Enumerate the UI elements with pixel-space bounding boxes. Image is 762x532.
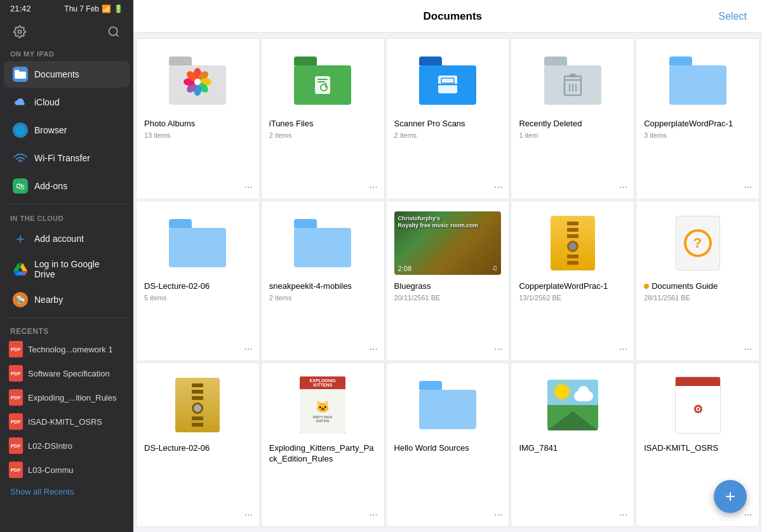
scanner-folder-icon xyxy=(419,57,476,105)
file-meta-photo-albums: 13 items xyxy=(144,131,171,139)
file-cell-ds-lecture-r3[interactable]: DS-Lecture-02-06 ··· xyxy=(136,362,260,527)
sidebar-item-google-drive[interactable]: Log in to Google Drive xyxy=(4,253,130,285)
file-meta-ds-lecture: 5 items xyxy=(144,294,166,302)
file-more-photo-albums[interactable]: ··· xyxy=(244,182,252,192)
dot-indicator xyxy=(644,284,649,289)
file-more-ds-lecture-r3[interactable]: ··· xyxy=(244,510,252,520)
file-meta-scanner: 2 items xyxy=(394,131,417,139)
file-cell-itunes[interactable]: iTunes Files 2 items ··· xyxy=(261,38,385,199)
settings-button[interactable] xyxy=(10,22,29,41)
file-more-bluegrass[interactable]: ··· xyxy=(494,344,502,354)
recent-item-5[interactable]: PDF L03-Commu xyxy=(0,458,133,482)
fab-add-button[interactable]: + xyxy=(714,480,747,513)
recent-item-4[interactable]: PDF L02-DSIntro xyxy=(0,434,133,458)
file-meta-sneakpeekit: 2 items xyxy=(269,294,291,302)
file-meta-documents-guide: 28/11/2561 BE xyxy=(644,294,690,302)
file-name-photo-albums: Photo Albums xyxy=(144,119,195,130)
file-more-hello-world[interactable]: ··· xyxy=(494,510,502,520)
sneakpeekit-folder-icon xyxy=(294,219,351,267)
file-cell-copperplate2[interactable]: CopperplateWordPrac-1 13/1/2562 BE ··· xyxy=(511,201,634,362)
file-cell-deleted[interactable]: Recently Deleted 1 item ··· xyxy=(511,38,634,199)
file-more-img7841[interactable]: ··· xyxy=(619,510,627,520)
ek-content: 🐱 PARTY PACKEDITION xyxy=(300,389,345,434)
file-cell-exploding-kittens[interactable]: EXPLODING KITTENS 🐱 PARTY PACKEDITION Ex… xyxy=(261,362,385,527)
sidebar-nearby-label: Nearby xyxy=(34,295,63,305)
page-title: Documents xyxy=(187,10,719,23)
file-name-sneakpeekit: sneakpeekit-4-mobiles xyxy=(269,281,352,292)
zip-line-ds-1 xyxy=(192,383,203,387)
zip-line-ds-5 xyxy=(192,423,203,427)
sidebar-item-icloud[interactable]: iCloud xyxy=(4,89,130,116)
ek-header: EXPLODING KITTENS xyxy=(300,376,345,389)
select-button[interactable]: Select xyxy=(719,11,747,22)
wifi-icon: 📶 xyxy=(102,4,111,13)
documents-folder-icon xyxy=(13,67,28,82)
svg-rect-17 xyxy=(318,81,325,83)
file-cell-sneakpeekit[interactable]: sneakpeekit-4-mobiles 2 items ··· xyxy=(261,201,385,362)
video-duration: 2:08 xyxy=(398,265,411,272)
file-more-ds-lecture[interactable]: ··· xyxy=(244,344,252,354)
recent-pdf-icon-1: PDF xyxy=(9,365,23,382)
recents-section-label: Recents xyxy=(0,322,133,337)
file-more-copperplate2[interactable]: ··· xyxy=(619,344,627,354)
file-thumb-hello-world xyxy=(394,373,502,437)
recent-item-3[interactable]: PDF ISAD-KMITL_OSRS xyxy=(0,409,133,434)
addons-icon: 🛍 xyxy=(13,178,28,194)
video-overlay-text: Christofurphy'sRoyalty free music room.c… xyxy=(398,215,478,230)
sidebar-add-account-label: Add account xyxy=(34,234,84,244)
show-all-recents-button[interactable]: Show all Recents xyxy=(0,482,133,502)
file-cell-hello-world[interactable]: Hello World Sources ··· xyxy=(386,362,510,527)
sidebar-item-nearby[interactable]: 📡 Nearby xyxy=(4,286,130,313)
file-cell-scanner[interactable]: Scanner Pro Scans 2 items ··· xyxy=(386,38,510,199)
sidebar-documents-label: Documents xyxy=(34,69,79,79)
sidebar-item-documents[interactable]: Documents xyxy=(4,61,130,88)
status-bar: 21:42 Thu 7 Feb 📶 🔋 xyxy=(0,0,133,15)
recent-item-2[interactable]: PDF Exploding_...ition_Rules xyxy=(0,385,133,409)
video-music-icon: ♫ xyxy=(491,263,497,272)
file-more-isad[interactable]: ··· xyxy=(744,510,752,520)
file-cell-img7841[interactable]: IMG_7841 ··· xyxy=(511,362,634,527)
file-cell-photo-albums[interactable]: Photo Albums 13 items ··· xyxy=(136,38,260,199)
file-cell-documents-guide[interactable]: ? Documents Guide 28/11/2561 BE ··· xyxy=(636,201,759,362)
file-thumb-ek: EXPLODING KITTENS 🐱 PARTY PACKEDITION xyxy=(269,373,377,437)
recent-item-0[interactable]: PDF Technolog...omework 1 xyxy=(0,337,133,361)
file-name-bluegrass: Bluegrass xyxy=(394,281,431,292)
file-cell-bluegrass[interactable]: Christofurphy'sRoyalty free music room.c… xyxy=(386,201,510,362)
file-name-documents-guide: Documents Guide xyxy=(644,281,718,292)
recent-item-label-1: Software Specification xyxy=(28,369,110,378)
icloud-icon xyxy=(13,95,28,110)
sidebar-item-wifi-transfer[interactable]: Wi-Fi Transfer xyxy=(4,145,130,171)
sidebar-item-browser[interactable]: 🌐 Browser xyxy=(4,117,130,143)
file-thumb-ds-lecture-r3 xyxy=(144,373,251,437)
svg-rect-4 xyxy=(15,70,19,72)
file-more-sneakpeekit[interactable]: ··· xyxy=(369,344,377,354)
hello-world-folder-icon xyxy=(419,381,476,429)
img-mountain xyxy=(547,411,598,430)
file-cell-ds-lecture[interactable]: DS-Lecture-02-06 5 items ··· xyxy=(136,201,260,362)
recent-item-label-3: ISAD-KMITL_OSRS xyxy=(28,417,102,427)
file-meta-bluegrass: 20/11/2561 BE xyxy=(394,294,441,302)
file-meta-deleted: 1 item xyxy=(519,131,538,139)
search-button[interactable] xyxy=(104,22,123,41)
file-more-copperplate1[interactable]: ··· xyxy=(744,182,752,192)
file-more-ek[interactable]: ··· xyxy=(369,510,377,520)
browser-icon: 🌐 xyxy=(13,123,28,138)
zip-line-3 xyxy=(567,234,578,238)
file-cell-copperplate1[interactable]: CopperplateWordPrac-1 3 items ··· xyxy=(636,38,759,199)
file-thumb-sneakpeekit xyxy=(269,211,377,275)
copperplate1-folder-icon xyxy=(669,57,726,105)
file-meta-itunes: 2 items xyxy=(269,131,291,139)
file-more-scanner[interactable]: ··· xyxy=(494,182,502,192)
file-more-itunes[interactable]: ··· xyxy=(369,182,377,192)
recent-item-1[interactable]: PDF Software Specification xyxy=(0,361,133,385)
recent-item-label-2: Exploding_...ition_Rules xyxy=(28,393,116,402)
zip-line-2 xyxy=(567,228,578,232)
sidebar-item-addons[interactable]: 🛍 Add-ons xyxy=(4,173,130,199)
svg-rect-16 xyxy=(318,79,328,80)
main-header: Documents Select xyxy=(133,0,762,33)
sidebar-item-add-account[interactable]: ＋ Add account xyxy=(4,225,130,252)
file-more-documents-guide[interactable]: ··· xyxy=(744,344,752,354)
file-thumb-img7841 xyxy=(519,373,626,437)
zip-circle xyxy=(567,241,578,252)
file-more-deleted[interactable]: ··· xyxy=(619,182,627,192)
